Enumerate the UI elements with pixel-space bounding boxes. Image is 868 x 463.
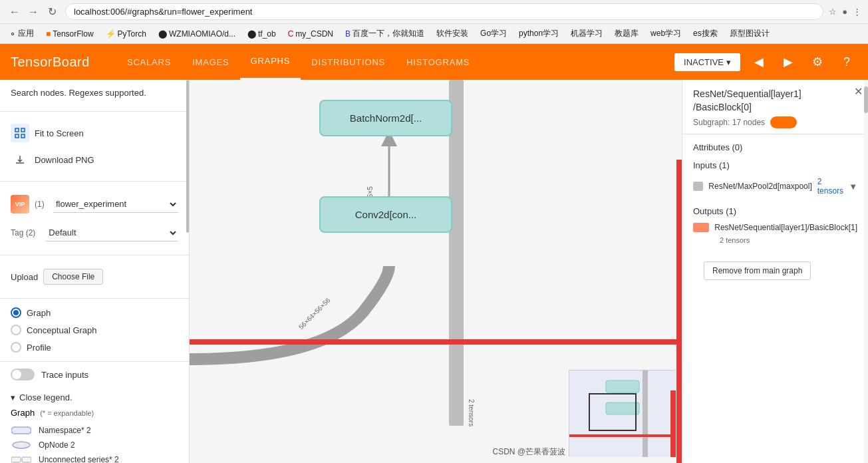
batchnorm-node[interactable]: BatchNorm2d[... bbox=[319, 100, 452, 136]
output-tensors-label: 2 tensors bbox=[693, 235, 857, 245]
run-section: VIP (1) flower_experiment Tag (2) Defaul… bbox=[0, 182, 189, 255]
browser-icons: ☆ ● ⋮ bbox=[829, 7, 861, 17]
baidu-icon: B bbox=[345, 29, 351, 39]
expand-icon[interactable]: ▼ bbox=[849, 182, 857, 192]
prev-button[interactable]: ◀ bbox=[748, 51, 770, 73]
legend-graph-label: Graph bbox=[11, 408, 35, 418]
fit-screen-label: Fit to Screen bbox=[35, 128, 84, 138]
input-badge bbox=[693, 182, 703, 191]
inactive-button[interactable]: INACTIVE ▾ bbox=[674, 53, 740, 71]
forward-button[interactable]: → bbox=[25, 4, 41, 20]
header-right: INACTIVE ▾ ◀ ▶ ⚙ ? bbox=[674, 51, 857, 73]
bookmark-software[interactable]: 软件安装 bbox=[432, 27, 472, 41]
main-nav: SCALARS IMAGES GRAPHS DISTRIBUTIONS HIST… bbox=[116, 44, 480, 80]
svg-rect-1 bbox=[21, 128, 25, 132]
attributes-section: Attributes (0) bbox=[693, 142, 857, 152]
panel-title: ResNet/Sequential[layer1] /BasicBlock[0] bbox=[693, 88, 857, 114]
svg-rect-6 bbox=[11, 457, 21, 462]
sidebar-scrollbar[interactable] bbox=[186, 80, 189, 233]
download-png-label: Download PNG bbox=[35, 155, 94, 165]
fit-to-screen-item[interactable]: Fit to Screen bbox=[11, 120, 178, 146]
bookmark-csdn[interactable]: C my_CSDN bbox=[284, 28, 337, 40]
bookmark-prototype[interactable]: 原型图设计 bbox=[726, 27, 774, 41]
download-png-item[interactable]: Download PNG bbox=[11, 146, 178, 173]
panel-close-button[interactable]: ✕ bbox=[854, 85, 863, 98]
bookmark-web[interactable]: web学习 bbox=[647, 27, 685, 41]
toolbar-section: Fit to Screen Download PNG bbox=[0, 112, 189, 182]
panel-scrollbar-track bbox=[864, 80, 868, 463]
csdn-watermark: CSDN @芒果香菠波 bbox=[492, 446, 565, 458]
help-icon[interactable]: ? bbox=[836, 51, 857, 73]
trace-inputs-toggle[interactable] bbox=[11, 369, 35, 381]
download-icon bbox=[11, 150, 29, 169]
bookmark-tensorflow[interactable]: ■ TensorFlow bbox=[42, 28, 98, 40]
upload-label: Upload bbox=[11, 272, 38, 282]
panel-scrollbar-thumb[interactable] bbox=[864, 86, 868, 113]
tag-row: Tag (2) Default bbox=[11, 219, 178, 247]
tensorboard-logo: TensorBoard bbox=[11, 55, 90, 70]
choose-file-button[interactable]: Choose File bbox=[43, 269, 103, 285]
bookmark-pytorch[interactable]: ⚡ PyTorch bbox=[102, 28, 150, 40]
outputs-title: Outputs (1) bbox=[693, 206, 857, 216]
run-select[interactable]: flower_experiment bbox=[53, 196, 178, 213]
output-badge bbox=[693, 223, 709, 232]
run-row: VIP (1) flower_experiment bbox=[11, 190, 178, 219]
nav-histograms[interactable]: HISTOGRAMS bbox=[396, 44, 480, 80]
nav-images[interactable]: IMAGES bbox=[182, 44, 239, 80]
star-icon[interactable]: ☆ bbox=[829, 7, 837, 17]
menu-icon[interactable]: ⋮ bbox=[853, 7, 861, 17]
bookmarks-bar: ⚬ 应用 ■ TensorFlow ⚡ PyTorch ⬤ WZMIAOMIAO… bbox=[0, 24, 868, 44]
download-svg bbox=[15, 154, 25, 165]
output-item: ResNet/Sequential[layer1]/BasicBlock[1] bbox=[693, 220, 857, 235]
address-bar[interactable]: localhost:006/#graphs&run=flower_experim… bbox=[65, 3, 823, 20]
bookmark-python[interactable]: python学习 bbox=[515, 27, 563, 41]
tag-select[interactable]: Default bbox=[46, 224, 178, 241]
nav-distributions[interactable]: DISTRIBUTIONS bbox=[301, 44, 396, 80]
radio-profile[interactable]: Profile bbox=[11, 339, 178, 356]
bookmark-baidu[interactable]: B 百度一下，你就知道 bbox=[341, 27, 428, 41]
tf-icon: ■ bbox=[46, 29, 51, 39]
bookmark-apps[interactable]: ⚬ 应用 bbox=[5, 27, 38, 41]
svg-rect-3 bbox=[21, 134, 25, 138]
svg-rect-24 bbox=[606, 381, 639, 392]
bookmark-es[interactable]: es搜索 bbox=[689, 27, 722, 41]
back-button[interactable]: ← bbox=[7, 4, 23, 20]
bookmark-go[interactable]: Go学习 bbox=[476, 27, 511, 41]
browser-bar: ← → ↻ localhost:006/#graphs&run=flower_e… bbox=[0, 0, 868, 24]
svg-rect-2 bbox=[15, 134, 19, 138]
radio-graph[interactable]: Graph bbox=[11, 304, 178, 321]
outputs-section: Outputs (1) ResNet/Sequential[layer1]/Ba… bbox=[693, 206, 857, 245]
chevron-down-icon: ▾ bbox=[11, 392, 15, 402]
pytorch-icon: ⚡ bbox=[106, 29, 116, 39]
subgraph-toggle[interactable] bbox=[770, 116, 797, 128]
settings-icon[interactable]: ⚙ bbox=[807, 51, 828, 73]
panel-title-line2: /BasicBlock[0] bbox=[693, 102, 752, 112]
svg-rect-27 bbox=[569, 434, 676, 437]
svg-rect-0 bbox=[15, 128, 19, 132]
conv2d-label: Conv2d[con... bbox=[355, 209, 417, 220]
reload-button[interactable]: ↻ bbox=[44, 4, 60, 20]
bookmark-github1[interactable]: ⬤ WZMIAOMIAO/d... bbox=[154, 28, 239, 40]
right-panel: ✕ ResNet/Sequential[layer1] /BasicBlock[… bbox=[682, 80, 868, 463]
legend-graph-row: Graph (* = expandable) bbox=[11, 408, 178, 418]
next-button[interactable]: ▶ bbox=[778, 51, 799, 73]
remove-from-graph-button[interactable]: Remove from main graph bbox=[704, 261, 811, 280]
profile-icon[interactable]: ● bbox=[842, 7, 847, 17]
bookmark-ml[interactable]: 机器学习 bbox=[567, 27, 607, 41]
conv2d-node[interactable]: Conv2d[con... bbox=[319, 196, 452, 233]
legend-opnode-label: OpNode 2 bbox=[39, 440, 75, 450]
dropdown-arrow-icon: ▾ bbox=[726, 57, 731, 67]
nav-graphs[interactable]: GRAPHS bbox=[240, 44, 301, 80]
graph-area[interactable]: 64×56×5 56×64×56×56 2 tensors BatchNorm2… bbox=[190, 80, 682, 463]
tensorboard-header: TensorBoard SCALARS IMAGES GRAPHS DISTRI… bbox=[0, 44, 868, 80]
radio-conceptual[interactable]: Conceptual Graph bbox=[11, 321, 178, 339]
bookmark-github2[interactable]: ⬤ tf_ob bbox=[243, 28, 280, 40]
radio-profile-label: Profile bbox=[27, 343, 51, 353]
radio-section: Graph Conceptual Graph Profile bbox=[0, 299, 189, 361]
bookmark-textbook[interactable]: 教题库 bbox=[611, 27, 643, 41]
apps-icon: ⚬ bbox=[9, 29, 16, 39]
nav-scalars[interactable]: SCALARS bbox=[116, 44, 182, 80]
radio-graph-circle bbox=[11, 307, 21, 318]
legend-header[interactable]: ▾ Close legend. bbox=[11, 392, 178, 402]
run-label: (1) bbox=[35, 200, 48, 209]
